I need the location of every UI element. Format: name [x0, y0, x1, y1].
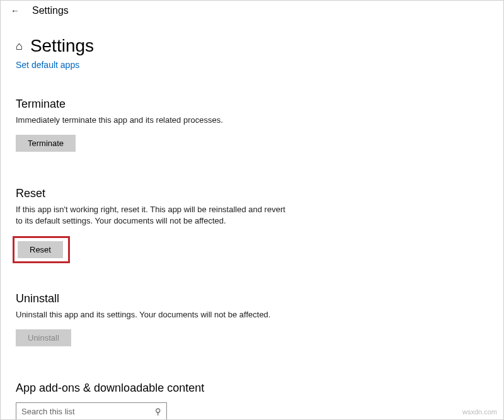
uninstall-button: Uninstall [16, 329, 71, 346]
uninstall-heading: Uninstall [16, 292, 488, 305]
terminate-button[interactable]: Terminate [16, 135, 76, 152]
search-row: ⚲ [16, 402, 488, 420]
home-icon[interactable]: ⌂ [16, 40, 23, 53]
page-title-row: ⌂ Settings [16, 36, 488, 56]
watermark: wsxdn.com [462, 408, 497, 416]
search-box[interactable]: ⚲ [16, 402, 167, 420]
uninstall-desc: Uninstall this app and its settings. You… [16, 309, 293, 321]
terminate-heading: Terminate [16, 98, 488, 111]
reset-button[interactable]: Reset [18, 241, 63, 258]
titlebar-title: Settings [32, 5, 69, 16]
search-icon[interactable]: ⚲ [155, 407, 161, 416]
reset-heading: Reset [16, 187, 488, 200]
terminate-desc: Immediately terminate this app and its r… [16, 115, 293, 126]
addons-heading: App add-ons & downloadable content [16, 382, 488, 395]
titlebar: ← Settings [1, 1, 503, 21]
search-input[interactable] [21, 407, 155, 416]
reset-highlight: Reset [13, 236, 70, 263]
set-default-apps-link[interactable]: Set default apps [16, 60, 79, 70]
back-arrow-icon[interactable]: ← [7, 4, 23, 17]
page-title: Settings [30, 36, 94, 56]
reset-desc: If this app isn't working right, reset i… [16, 204, 293, 227]
content-area: ⌂ Settings Set default apps Terminate Im… [1, 21, 503, 420]
